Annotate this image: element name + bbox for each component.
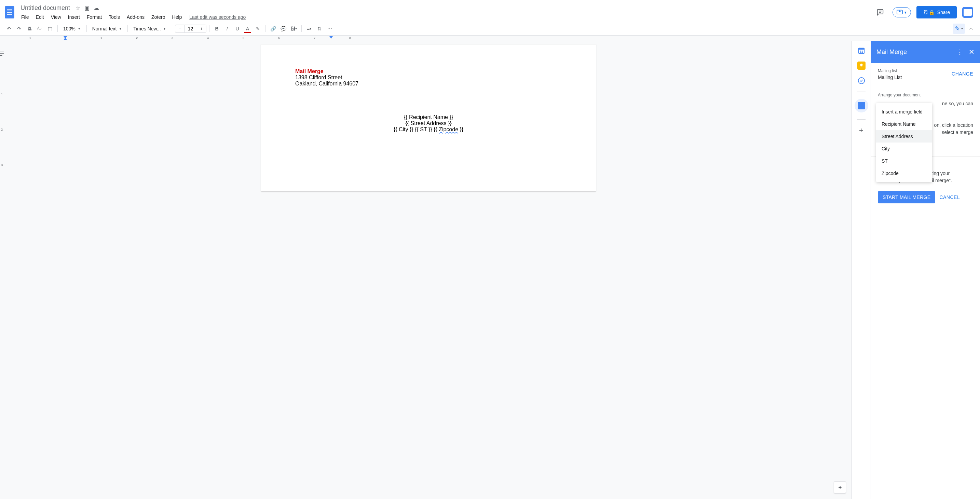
ruler-tick: 7 [314,36,315,40]
image-button[interactable]: 🖼▾ [289,24,299,33]
cancel-button[interactable]: CANCEL [939,194,960,200]
align-button[interactable]: ≡▾ [304,24,314,33]
merge-field-dropdown: Insert a merge field Recipient Name Stre… [876,103,932,182]
editor-area: 1 2 3 Mail Merge 1398 Clifford Street Oa… [0,41,851,499]
share-button[interactable]: 🔒 Share [916,6,957,18]
dropdown-zipcode[interactable]: Zipcode [876,167,932,179]
docs-logo[interactable] [3,5,16,19]
get-addons-icon[interactable]: + [858,126,865,135]
cloud-icon[interactable]: ☁ [94,5,99,11]
editing-mode-button[interactable]: ✎▾ [953,24,965,34]
sidebar-header: Mail Merge ⋮ ✕ [871,41,980,63]
ruler-tick: 6 [278,36,280,40]
document-page[interactable]: Mail Merge 1398 Clifford Street Oakland,… [261,45,596,191]
undo-button[interactable]: ↶ [4,24,14,33]
menu-view[interactable]: View [48,13,64,21]
line-spacing-button[interactable]: ⇅ [315,24,324,33]
collapse-toolbar-button[interactable]: ︿ [966,24,976,33]
svg-rect-7 [0,55,2,56]
menu-addons[interactable]: Add-ons [124,13,147,21]
start-mail-merge-button[interactable]: START MAIL MERGE [878,191,935,203]
print-button[interactable]: 🖶 [25,24,34,33]
highlight-button[interactable]: ✎ [253,24,263,33]
zoom-select[interactable]: 100%▼ [60,24,84,33]
move-icon[interactable]: ▣ [84,5,89,11]
svg-rect-9 [858,48,864,50]
menu-insert[interactable]: Insert [65,13,83,21]
star-icon[interactable]: ☆ [75,5,80,11]
mail-merge-addon-icon[interactable] [854,99,868,112]
doc-heading: Mail Merge [295,69,562,75]
ruler-tick: 1 [100,36,102,40]
italic-button[interactable]: I [223,24,232,33]
spellcheck-button[interactable]: A✓ [35,24,45,33]
merge-field-recipient: {{ Recipient Name }} [295,114,562,120]
comment-button[interactable]: 💬 [279,24,288,33]
menu-format[interactable]: Format [84,13,105,21]
dropdown-street-address[interactable]: Street Address [876,130,932,142]
dropdown-insert-field[interactable]: Insert a merge field [876,105,932,118]
paragraph-style-select[interactable]: Normal text▼ [89,24,125,33]
v-ruler-tick: 1 [1,92,3,96]
outline-toggle-icon[interactable] [0,48,8,60]
ruler-tick: 8 [349,36,351,40]
keep-icon[interactable] [858,62,865,70]
comments-icon[interactable] [873,5,887,19]
ruler-tick: 5 [243,36,244,40]
app-header: Untitled document ☆ ▣ ☁ File Edit View I… [0,0,980,22]
paint-format-button[interactable]: ⬚ [45,24,55,33]
document-title[interactable]: Untitled document [19,4,72,12]
v-ruler-tick: 3 [1,163,3,167]
dropdown-city[interactable]: City [876,142,932,155]
dropdown-st[interactable]: ST [876,155,932,167]
mail-merge-sidebar: Mail Merge ⋮ ✕ Mailing list Mailing List… [871,41,980,499]
present-button[interactable]: ▼ [892,7,911,18]
menu-bar: File Edit View Insert Format Tools Add-o… [19,13,873,21]
explore-button[interactable]: ✦ [834,481,846,494]
merge-field-street: {{ Street Address }} [295,120,562,126]
font-size-decrease[interactable]: − [175,25,185,33]
menu-help[interactable]: Help [169,13,185,21]
text-color-button[interactable]: A [243,24,253,33]
doc-address-line1: 1398 Clifford Street [295,75,562,81]
calendar-icon[interactable]: 31 [858,46,865,55]
svg-point-11 [858,78,864,84]
right-rail: 31 + [851,41,871,499]
font-size-input[interactable] [185,25,197,33]
vertical-ruler[interactable]: 1 2 3 [0,41,5,499]
horizontal-ruler[interactable]: 1 1 2 3 4 5 6 7 8 [0,35,980,41]
addon-header-icon[interactable] [962,7,973,18]
font-select[interactable]: Times New...▼ [130,24,169,33]
v-ruler-tick: 2 [1,128,3,131]
menu-file[interactable]: File [19,13,32,21]
svg-text:31: 31 [859,50,863,53]
last-edit-link[interactable]: Last edit was seconds ago [189,14,246,20]
bold-button[interactable]: B [212,24,222,33]
svg-rect-6 [0,53,4,54]
redo-button[interactable]: ↷ [14,24,24,33]
ruler-tick: 3 [172,36,173,40]
dropdown-recipient-name[interactable]: Recipient Name [876,118,932,130]
doc-address-line2: Oakland, California 94607 [295,81,562,87]
link-button[interactable]: 🔗 [269,24,278,33]
toolbar: ↶ ↷ 🖶 A✓ ⬚ 100%▼ Normal text▼ Times New.… [0,22,980,35]
svg-rect-5 [0,52,4,52]
change-button[interactable]: CHANGE [951,71,973,77]
svg-point-4 [925,11,926,12]
ruler-tick: 4 [207,36,209,40]
merge-field-city-line: {{ City }} {{ ST }} {{ Zipcode }} [295,126,562,132]
ruler-tick: 2 [136,36,138,40]
menu-zotero[interactable]: Zotero [149,13,168,21]
ruler-tick: 1 [29,36,31,40]
sidebar-title: Mail Merge [877,49,907,56]
tasks-icon[interactable] [858,77,865,85]
underline-button[interactable]: U [233,24,242,33]
more-button[interactable]: ⋯ [325,24,334,33]
ruler-first-line-indent[interactable] [64,38,67,40]
menu-tools[interactable]: Tools [106,13,123,21]
sidebar-close-icon[interactable]: ✕ [969,48,975,56]
menu-edit[interactable]: Edit [33,13,47,21]
font-size-increase[interactable]: + [197,25,207,33]
ruler-right-indent[interactable] [329,36,333,38]
sidebar-more-icon[interactable]: ⋮ [956,48,963,56]
